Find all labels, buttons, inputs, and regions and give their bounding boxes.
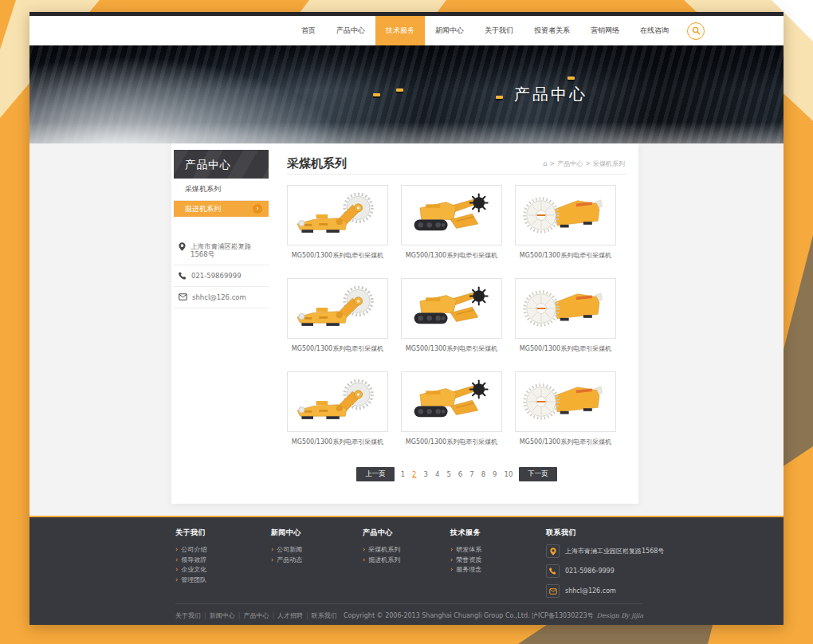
product-card[interactable]: MG500/1300系列电牵引采煤机 xyxy=(401,278,502,353)
product-image xyxy=(401,371,502,432)
page-number-7[interactable]: 7 xyxy=(469,470,474,478)
shearer-machine-illustration xyxy=(293,377,383,426)
sidebar-item-shearer-series[interactable]: 采煤机系列 xyxy=(174,179,269,201)
contact-email: shhcl@126.com xyxy=(192,293,246,301)
sidebar-item-label: 掘进机系列 xyxy=(185,201,253,217)
page-number-4[interactable]: 4 xyxy=(434,470,440,478)
contact-address-row: 上海市青浦区崧复路1568号 xyxy=(174,236,269,265)
shearer-machine-illustration xyxy=(293,190,383,240)
product-image xyxy=(515,278,616,339)
page-number-8[interactable]: 8 xyxy=(481,470,486,478)
product-title[interactable]: MG500/1300系列电牵引采煤机 xyxy=(287,344,388,353)
mail-icon xyxy=(179,293,187,300)
nav-item-home[interactable]: 首页 xyxy=(291,16,326,45)
product-card[interactable]: MG500/1300系列电牵引采煤机 xyxy=(287,185,388,260)
footer-link[interactable]: 公司介绍 xyxy=(175,545,271,556)
product-title[interactable]: MG500/1300系列电牵引采煤机 xyxy=(515,438,616,446)
nav-item-online-consult[interactable]: 在线咨询 xyxy=(630,16,679,45)
product-image xyxy=(287,185,388,245)
bottom-link-jobs[interactable]: 人才招聘 xyxy=(277,612,303,619)
sidebar-contact: 上海市青浦区崧复路1568号 021-59869999 shhcl@126.co… xyxy=(174,236,269,308)
location-pin-icon xyxy=(179,242,186,251)
product-card[interactable]: MG500/1300系列电牵引采煤机 xyxy=(287,371,388,446)
footer-col-title: 联系我们 xyxy=(546,528,664,538)
page-number-6[interactable]: 6 xyxy=(458,470,463,478)
nav-item-products[interactable]: 产品中心 xyxy=(326,16,375,45)
product-card[interactable]: MG500/1300系列电牵引采煤机 xyxy=(401,185,502,260)
breadcrumb: ⌂ > 产品中心 > 采煤机系列 xyxy=(543,159,626,168)
mine-truck xyxy=(373,93,380,96)
product-card[interactable]: MG500/1300系列电牵引采煤机 xyxy=(401,371,502,446)
page-number-10[interactable]: 10 xyxy=(503,470,513,478)
product-title[interactable]: MG500/1300系列电牵引采煤机 xyxy=(401,251,502,260)
nav-item-investor[interactable]: 投资者关系 xyxy=(524,16,580,45)
page-number-2-current[interactable]: 2 xyxy=(411,470,417,478)
product-image xyxy=(401,185,502,245)
product-card[interactable]: MG500/1300系列电牵引采煤机 xyxy=(287,278,388,353)
bottom-link-news[interactable]: 新闻中心 xyxy=(210,612,235,619)
footer-col-tech: 技术服务 研发体系 荣誉资质 服务理念 xyxy=(450,528,546,598)
main-column: 采煤机系列 ⌂ > 产品中心 > 采煤机系列 MG500/1300系列电牵引采煤… xyxy=(287,143,626,504)
breadcrumb-separator: > xyxy=(585,160,591,167)
footer-email-row: shhcl@126.com xyxy=(546,584,664,598)
main-area: 产品中心 采煤机系列 掘进机系列 › 上海市青浦区崧复路1568号 021-59… xyxy=(29,143,784,516)
footer-link[interactable]: 产品动态 xyxy=(271,556,363,566)
footer-phone: 021-5986-9999 xyxy=(565,567,615,575)
nav-item-news[interactable]: 新闻中心 xyxy=(425,16,474,45)
next-page-button[interactable]: 下一页 xyxy=(519,467,557,481)
footer-link[interactable]: 服务理念 xyxy=(450,565,546,575)
footer-bottom-links: 关于我们|新闻中心|产品中心|人才招聘|联系我们 xyxy=(175,611,337,620)
mail-icon xyxy=(546,584,560,598)
website-page: 首页 产品中心 技术服务 新闻中心 关于我们 投资者关系 营销网络 在线咨询 产… xyxy=(29,12,784,625)
copyright: Copyright © 2006-2013 Shanghai Chuangli … xyxy=(344,611,643,620)
nav-item-tech-service[interactable]: 技术服务 xyxy=(375,16,425,45)
search-button[interactable] xyxy=(687,22,705,40)
footer-link[interactable]: 采煤机系列 xyxy=(363,545,450,556)
product-title[interactable]: MG500/1300系列电牵引采煤机 xyxy=(515,251,616,260)
sidebar-item-roadheader-series[interactable]: 掘进机系列 › xyxy=(174,201,269,217)
bottom-link-products[interactable]: 产品中心 xyxy=(243,612,269,619)
product-title[interactable]: MG500/1300系列电牵引采煤机 xyxy=(515,344,616,353)
home-icon[interactable]: ⌂ xyxy=(543,159,548,167)
nav-item-about[interactable]: 关于我们 xyxy=(474,16,524,45)
product-title[interactable]: MG500/1300系列电牵引采煤机 xyxy=(287,251,388,260)
sidebar-title: 产品中心 xyxy=(174,150,269,179)
footer-link[interactable]: 领导致辞 xyxy=(175,556,271,566)
product-title[interactable]: MG500/1300系列电牵引采煤机 xyxy=(287,438,388,446)
footer-col-news: 新闻中心 公司新闻 产品动态 xyxy=(271,528,363,598)
product-grid: MG500/1300系列电牵引采煤机 MG500/1300系列电牵引采煤机 MG… xyxy=(287,185,626,446)
shearer-machine-illustration xyxy=(293,284,383,333)
prev-page-button[interactable]: 上一页 xyxy=(356,467,395,481)
page-number-9[interactable]: 9 xyxy=(492,470,497,478)
product-card[interactable]: MG500/1300系列电牵引采煤机 xyxy=(515,371,616,446)
footer-link[interactable]: 公司新闻 xyxy=(271,545,363,556)
footer-email: shhcl@126.com xyxy=(565,587,616,595)
bottom-link-about[interactable]: 关于我们 xyxy=(175,612,201,619)
product-card[interactable]: MG500/1300系列电牵引采煤机 xyxy=(515,185,616,260)
product-card[interactable]: MG500/1300系列电牵引采煤机 xyxy=(515,278,616,353)
contact-address: 上海市青浦区崧复路1568号 xyxy=(190,242,267,258)
footer-address-row: 上海市青浦工业园区崧复路1568号 xyxy=(546,544,664,558)
breadcrumb-current: 采煤机系列 xyxy=(593,159,625,168)
page-number-3[interactable]: 3 xyxy=(423,470,429,478)
page-title: 采煤机系列 xyxy=(287,156,347,171)
product-title[interactable]: MG500/1300系列电牵引采煤机 xyxy=(401,344,502,353)
nav-item-marketing[interactable]: 营销网络 xyxy=(580,16,630,45)
main-nav: 首页 产品中心 技术服务 新闻中心 关于我们 投资者关系 营销网络 在线咨询 xyxy=(291,16,705,45)
contact-email-row: shhcl@126.com xyxy=(174,287,269,308)
breadcrumb-products[interactable]: 产品中心 xyxy=(557,159,583,168)
footer-link[interactable]: 荣誉资质 xyxy=(450,556,546,566)
footer-col-about: 关于我们 公司介绍 领导致辞 企业文化 管理团队 xyxy=(175,528,271,598)
footer-link[interactable]: 掘进机系列 xyxy=(363,556,450,566)
footer-link[interactable]: 企业文化 xyxy=(175,565,271,575)
footer-link[interactable]: 研发体系 xyxy=(450,545,546,556)
footer-link[interactable]: 管理团队 xyxy=(175,575,271,586)
bottom-link-contact[interactable]: 联系我们 xyxy=(312,612,337,619)
product-title[interactable]: MG500/1300系列电牵引采煤机 xyxy=(401,438,502,446)
phone-icon xyxy=(179,272,187,280)
product-image xyxy=(515,371,616,432)
copyright-text: Copyright © 2006-2013 Shanghai Chuangli … xyxy=(344,612,594,619)
page-number-1[interactable]: 1 xyxy=(400,470,406,478)
page-number-5[interactable]: 5 xyxy=(446,470,451,478)
disc-machine-illustration xyxy=(521,284,611,333)
